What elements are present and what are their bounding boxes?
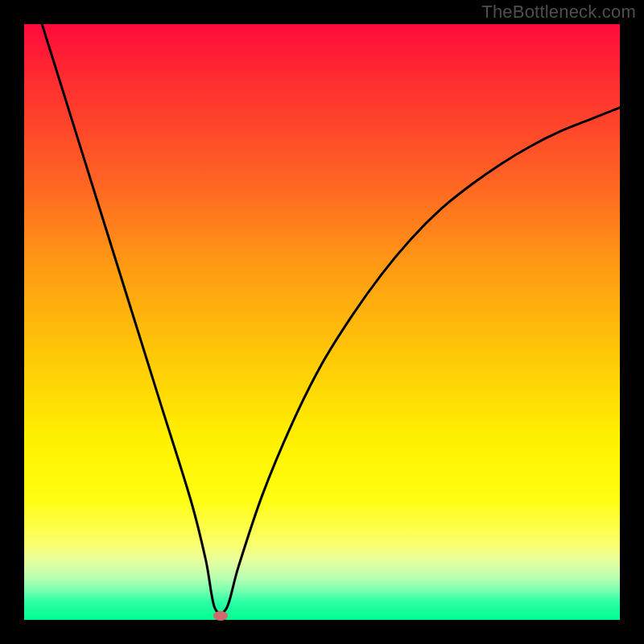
bottleneck-curve [42, 24, 620, 613]
minimum-marker [213, 611, 228, 621]
plot-area [24, 24, 620, 620]
watermark-text: TheBottleneck.com [481, 2, 636, 23]
chart-frame: TheBottleneck.com [0, 0, 644, 644]
curve-svg [24, 24, 620, 620]
